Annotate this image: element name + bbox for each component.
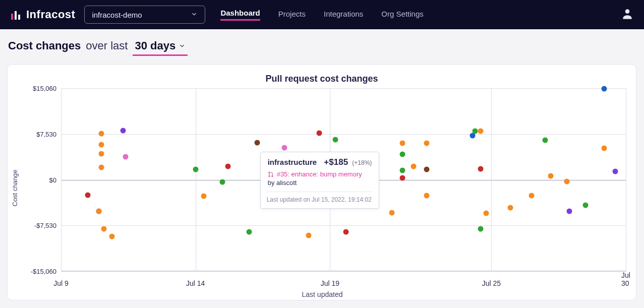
tooltip-amount: +$185 — [324, 157, 348, 167]
scatter-dot[interactable] — [567, 209, 572, 214]
nav-dashboard[interactable]: Dashboard — [220, 9, 260, 21]
scatter-dot[interactable] — [424, 193, 430, 198]
nav-integrations[interactable]: Integrations — [324, 10, 363, 20]
scatter-dot[interactable] — [612, 168, 618, 174]
gridline-h — [61, 134, 626, 135]
scatter-dot[interactable] — [400, 175, 405, 180]
scatter-dot[interactable] — [247, 229, 252, 235]
scatter-dot[interactable] — [602, 86, 607, 91]
scatter-dot[interactable] — [424, 167, 430, 172]
org-select-value: infracost-demo — [92, 11, 142, 19]
scatter-dot[interactable] — [411, 163, 416, 169]
pull-request-icon — [268, 171, 274, 177]
brand: Infracost — [10, 8, 75, 21]
svg-rect-0 — [11, 14, 13, 20]
scatter-dot[interactable] — [389, 210, 395, 215]
scatter-dot[interactable] — [400, 141, 405, 146]
x-tick: Jul 25 — [482, 279, 501, 287]
scatter-dot[interactable] — [583, 203, 589, 208]
scatter-dot[interactable] — [400, 168, 405, 173]
brand-name: Infracost — [26, 8, 75, 21]
x-axis-label: Last updated — [302, 290, 343, 298]
scatter-dot[interactable] — [473, 129, 478, 134]
gridline-v — [491, 88, 492, 271]
scatter-dot[interactable] — [543, 138, 548, 143]
svg-rect-2 — [18, 15, 20, 20]
tooltip-pr-text: #35: enhance: bump memory — [277, 170, 362, 178]
scatter-dot[interactable] — [225, 163, 230, 169]
tooltip-pct: (+18%) — [352, 159, 372, 166]
chart-title: Pull request cost changes — [19, 74, 625, 84]
scatter-dot[interactable] — [96, 209, 101, 214]
tooltip-updated: Last updated on Jul 15, 2022, 19:14:02 — [267, 192, 373, 203]
gridline-h — [61, 88, 626, 89]
chart-tooltip: infrastructure +$185 (+18%) #35: enhance… — [260, 152, 380, 209]
scatter-dot[interactable] — [109, 233, 115, 239]
gridline-h — [61, 271, 626, 272]
scatter-dot[interactable] — [101, 226, 107, 232]
tooltip-pr-link[interactable]: #35: enhance: bump memory — [268, 170, 372, 178]
tooltip-project: infrastructure — [268, 158, 317, 166]
scatter-dot[interactable] — [99, 142, 104, 147]
scatter-dot[interactable] — [483, 210, 489, 216]
scatter-dot[interactable] — [564, 179, 569, 184]
topnav: Infracost infracost-demo Dashboard Proje… — [0, 0, 644, 29]
brand-logo-icon — [10, 9, 22, 21]
scatter-dot[interactable] — [548, 173, 553, 179]
scatter-dot[interactable] — [602, 145, 607, 151]
chart-card: Pull request cost changes Cost change La… — [7, 64, 636, 300]
scatter-dot[interactable] — [400, 151, 405, 157]
chevron-down-icon — [191, 11, 198, 19]
svg-point-4 — [268, 172, 269, 173]
scatter-dot[interactable] — [85, 192, 91, 198]
scatter-dot[interactable] — [343, 229, 349, 235]
scatter-dot[interactable] — [306, 233, 311, 238]
range-select-value: 30 days — [135, 39, 175, 52]
scatter-dot[interactable] — [281, 145, 287, 150]
range-select[interactable]: 30 days — [133, 38, 188, 56]
scatter-dot[interactable] — [123, 154, 129, 159]
scatter-dot[interactable] — [529, 193, 535, 198]
org-select[interactable]: infracost-demo — [84, 6, 205, 24]
gridline-v — [196, 88, 196, 271]
scatter-dot[interactable] — [333, 137, 338, 142]
scatter-dot[interactable] — [317, 130, 322, 136]
scatter-dot[interactable] — [255, 140, 260, 145]
user-icon[interactable] — [621, 7, 634, 22]
chevron-down-icon — [179, 42, 186, 49]
y-tick: $0 — [19, 176, 56, 183]
svg-point-3 — [625, 9, 630, 14]
x-tick: Jul 19 — [321, 279, 339, 287]
scatter-dot[interactable] — [478, 166, 484, 171]
scatter-dot[interactable] — [201, 194, 206, 199]
scatter-dot[interactable] — [99, 131, 104, 136]
svg-point-5 — [268, 175, 269, 176]
nav-projects[interactable]: Projects — [278, 10, 306, 20]
scatter-dot[interactable] — [507, 205, 513, 210]
x-tick: Jul 30 — [621, 271, 630, 287]
nav-org-settings[interactable]: Org Settings — [381, 10, 423, 20]
scatter-dot[interactable] — [478, 226, 484, 232]
svg-point-6 — [271, 175, 272, 176]
scatter-dot[interactable] — [99, 151, 104, 156]
gridline-v — [626, 88, 626, 271]
page-header: Cost changes over last 30 days — [0, 29, 644, 59]
tooltip-author: by aliscott — [268, 179, 372, 187]
y-axis-label: Cost change — [11, 169, 19, 206]
svg-rect-1 — [15, 11, 17, 20]
plot-area: Cost change Last updated -$15,060-$7,530… — [19, 88, 626, 287]
y-tick: -$15,060 — [19, 268, 56, 275]
scatter-dot[interactable] — [478, 129, 484, 134]
scatter-dot[interactable] — [120, 128, 126, 133]
nav-items: Dashboard Projects Integrations Org Sett… — [220, 9, 423, 21]
x-tick: Jul 9 — [53, 279, 69, 287]
scatter-dot[interactable] — [424, 141, 430, 146]
scatter-dot[interactable] — [99, 165, 104, 170]
gridline-h — [61, 225, 626, 226]
scatter-dot[interactable] — [193, 167, 198, 172]
scatter-dot[interactable] — [220, 179, 225, 185]
y-tick: $15,060 — [19, 85, 56, 92]
x-tick: Jul 14 — [186, 279, 205, 287]
page-title-muted: over last — [86, 39, 128, 52]
y-tick: -$7,530 — [19, 222, 56, 229]
